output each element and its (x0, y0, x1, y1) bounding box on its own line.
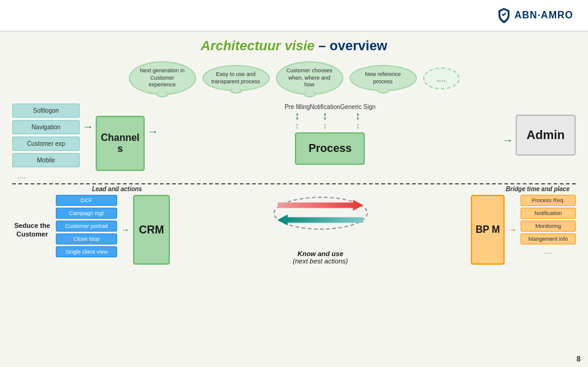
crm-box: CRM (133, 195, 170, 265)
arrow-to-right-items: → (508, 195, 517, 265)
know-text: Know and use (next best actions) (293, 250, 348, 265)
top-labels: Pre filling ↕ Notification ↕ Generic Sig… (272, 104, 388, 130)
generic-sign-label: Generic Sign ↕ (340, 104, 376, 130)
admin-box: Admin (516, 115, 576, 156)
arrow-to-admin: → (502, 134, 513, 147)
crm-item-campaign: Campagn mgt (56, 208, 117, 219)
cloud-3: Customer chooses when, where and how (276, 61, 343, 95)
process-box: Process (295, 132, 365, 165)
bottom-section: Seduce the Customer DCF Campagn mgt Cust… (12, 195, 576, 265)
right-item-monitoring: Monitoring (521, 221, 576, 232)
right-item-management: Mangement info (521, 233, 576, 244)
main-content: Architectuur visie – overview Next gener… (0, 32, 588, 268)
right-item-notification: Notification (521, 208, 576, 219)
title-colored: Architectuur visie (200, 38, 315, 53)
channels-box: Channel s (96, 116, 145, 171)
page-title: Architectuur visie – overview (12, 38, 576, 54)
title-normal: – overview (318, 38, 388, 53)
crm-item-closeloop: Close loop (56, 233, 117, 244)
header-bar: ABN·AMRO (0, 0, 588, 32)
seduce-label: Seduce the Customer (12, 195, 52, 265)
crm-item-dcf: DCF (56, 195, 117, 206)
left-item-dots: …. (12, 170, 80, 182)
bpm-box: BP M (471, 195, 505, 265)
logo-text: ABN·AMRO (514, 10, 573, 21)
dashed-separator: Lead and actions Bridge time and place (12, 183, 576, 192)
right-arrow-icon: → (82, 121, 93, 134)
arrow-from-channels: → (147, 126, 158, 138)
center-process-wrapper: Pre filling ↕ Notification ↕ Generic Sig… (161, 104, 500, 165)
left-item-navigation: Navigation (12, 120, 80, 134)
cloud-2: Easy to use and transparent process (202, 65, 270, 91)
arrow-to-channels: → (82, 121, 93, 134)
clouds-row: Next generation in Customer experience E… (12, 61, 576, 95)
right-arrow-bpm-icon: → (508, 225, 517, 235)
logo-shield-icon (497, 7, 511, 24)
lead-label: Lead and actions (92, 186, 142, 192)
cloud-4: New reference process (349, 65, 417, 91)
cloud-5: .... (423, 67, 460, 89)
crm-items: DCF Campagn mgt Customer portrait Close … (56, 195, 117, 265)
dashed-ellipse-container (272, 195, 370, 232)
notification-label: Notification ↕ (310, 104, 340, 130)
right-arrow-crm-icon: → (121, 225, 129, 235)
dashed-ellipse-svg (272, 195, 370, 232)
pre-filling-label: Pre filling ↕ (284, 104, 310, 130)
logo-area: ABN·AMRO (497, 7, 573, 24)
left-item-customer-exp: Customer exp (12, 137, 80, 151)
right-item-process-req: Process Req. (521, 195, 576, 206)
center-bottom: Know and use (next best actions) (174, 195, 467, 265)
bridge-label: Bridge time and place (506, 186, 570, 192)
crm-item-portrait: Customer portrait (56, 221, 117, 232)
right-item-dots: …. (521, 246, 576, 257)
cloud-1: Next generation in Customer experience (129, 61, 196, 95)
left-item-mobile: Mobile (12, 153, 80, 167)
right-arrow-icon-2: → (147, 126, 158, 138)
left-item-softlogon: Softlogon (12, 104, 80, 118)
page-number: 8 (576, 355, 581, 363)
right-arrow-icon-3: → (502, 134, 513, 147)
right-items: Process Req. Notification Monitoring Man… (521, 195, 576, 265)
crm-item-single: Single client view (56, 246, 117, 257)
arrow-to-crm: → (121, 195, 129, 265)
left-items: Softlogon Navigation Customer exp Mobile… (12, 104, 80, 182)
full-diagram: Softlogon Navigation Customer exp Mobile… (12, 104, 576, 265)
